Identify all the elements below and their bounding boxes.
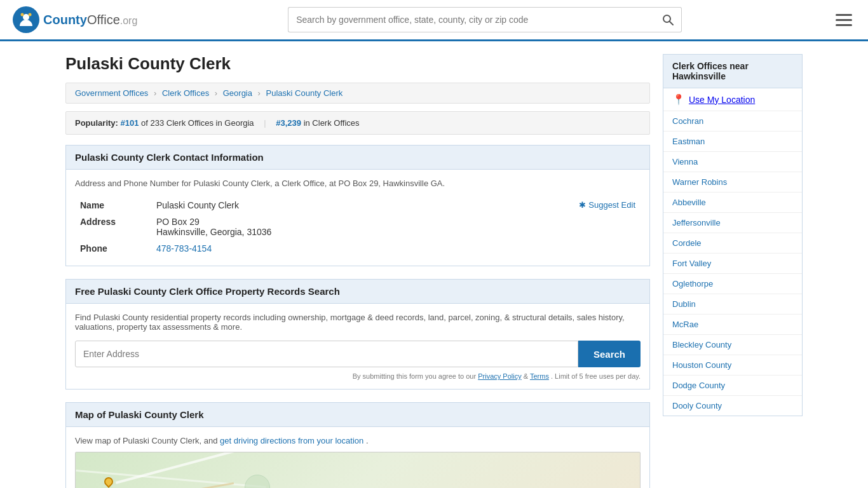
popularity-rank: #101 bbox=[121, 118, 139, 128]
map-section: Map of Pulaski County Clerk View map of … bbox=[65, 402, 650, 488]
breadcrumb-sep-1: › bbox=[154, 88, 156, 98]
sidebar-item-fort-valley[interactable]: Fort Valley bbox=[663, 254, 802, 274]
sidebar-link-dublin[interactable]: Dublin bbox=[672, 299, 696, 309]
sidebar-header-line2: Hawkinsville bbox=[672, 71, 726, 81]
main-content: Pulaski County Clerk Government Offices … bbox=[65, 54, 650, 488]
sidebar-item-cochran[interactable]: Cochran bbox=[663, 111, 802, 132]
disclaimer-limit: Limit of 5 free uses per day. bbox=[555, 372, 641, 380]
phone-value: 478-783-4154 bbox=[151, 240, 641, 257]
form-disclaimer: By submitting this form you agree to our… bbox=[75, 372, 641, 380]
sidebar-link-cordele[interactable]: Cordele bbox=[672, 238, 702, 248]
disclaimer-and: & bbox=[524, 372, 530, 380]
popularity-global-text: in Clerk Offices bbox=[304, 118, 360, 128]
table-row-address: Address PO Box 29 Hawkinsville, Georgia,… bbox=[75, 214, 641, 240]
sidebar-link-fort-valley[interactable]: Fort Valley bbox=[672, 259, 711, 268]
sidebar-body: 📍 Use My Location Cochran Eastman Vienna… bbox=[663, 88, 803, 416]
map-desc-prefix: View map of Pulaski County Clerk, and bbox=[75, 436, 217, 445]
popularity-of-text: of 233 Clerk Offices in Georgia bbox=[141, 118, 254, 128]
sidebar-item-vienna[interactable]: Vienna bbox=[663, 152, 802, 172]
property-search-form: Search bbox=[75, 341, 641, 367]
breadcrumb-clerk-offices[interactable]: Clerk Offices bbox=[162, 88, 209, 98]
property-section-header: Free Pulaski County Clerk Office Propert… bbox=[65, 279, 650, 303]
page-title: Pulaski County Clerk bbox=[65, 54, 650, 74]
map-desc-suffix: . bbox=[366, 436, 369, 445]
map-background bbox=[76, 452, 640, 488]
sidebar-link-bleckley-county[interactable]: Bleckley County bbox=[672, 340, 731, 349]
sidebar-item-houston-county[interactable]: Houston County bbox=[663, 355, 802, 376]
hamburger-menu-button[interactable] bbox=[832, 11, 855, 29]
logo-icon bbox=[13, 6, 39, 33]
contact-section: Pulaski County Clerk Contact Information… bbox=[65, 145, 650, 266]
sidebar-link-abbeville[interactable]: Abbeville bbox=[672, 198, 706, 207]
sidebar-item-jeffersonville[interactable]: Jeffersonville bbox=[663, 213, 802, 233]
phone-link[interactable]: 478-783-4154 bbox=[156, 243, 212, 254]
sidebar-item-dodge-county[interactable]: Dodge County bbox=[663, 376, 802, 396]
sidebar-item-dublin[interactable]: Dublin bbox=[663, 294, 802, 315]
sidebar-link-cochran[interactable]: Cochran bbox=[672, 116, 703, 126]
terms-link[interactable]: Terms bbox=[530, 372, 549, 380]
svg-point-2 bbox=[21, 13, 24, 17]
property-description: Find Pulaski County residential property… bbox=[75, 313, 641, 332]
sidebar-header: Clerk Offices near Hawkinsville bbox=[663, 54, 803, 88]
address-input[interactable] bbox=[75, 341, 578, 367]
popularity-global-rank: #3,239 bbox=[276, 118, 301, 128]
suggest-edit-button[interactable]: ✱ Suggest Edit bbox=[579, 200, 635, 210]
sidebar-link-vienna[interactable]: Vienna bbox=[672, 157, 698, 166]
sidebar-item-eastman[interactable]: Eastman bbox=[663, 132, 802, 152]
sidebar-link-eastman[interactable]: Eastman bbox=[672, 137, 705, 146]
sidebar-link-jeffersonville[interactable]: Jeffersonville bbox=[672, 218, 721, 227]
header-search-area bbox=[288, 7, 682, 32]
logo-area[interactable]: CountyOffice.org bbox=[13, 6, 137, 33]
map-section-header: Map of Pulaski County Clerk bbox=[65, 402, 650, 426]
search-icon bbox=[662, 14, 674, 25]
contact-info-table: Name Pulaski County Clerk ✱ Suggest Edit… bbox=[75, 197, 641, 257]
sidebar-link-oglethorpe[interactable]: Oglethorpe bbox=[672, 279, 713, 288]
map-description: View map of Pulaski County Clerk, and ge… bbox=[75, 436, 641, 445]
table-row-name: Name Pulaski County Clerk ✱ Suggest Edit bbox=[75, 197, 641, 214]
location-pin-icon: 📍 bbox=[672, 93, 685, 105]
sidebar-link-warner-robins[interactable]: Warner Robins bbox=[672, 177, 727, 187]
sidebar-item-cordele[interactable]: Cordele bbox=[663, 233, 802, 254]
property-search-button[interactable]: Search bbox=[578, 341, 641, 367]
property-section-body: Find Pulaski County residential property… bbox=[65, 303, 650, 390]
popularity-bar: Popularity: #101 of 233 Clerk Offices in… bbox=[65, 111, 650, 135]
svg-point-1 bbox=[23, 14, 29, 20]
contact-description: Address and Phone Number for Pulaski Cou… bbox=[75, 179, 641, 188]
svg-point-3 bbox=[29, 13, 32, 17]
sidebar-item-dooly-county[interactable]: Dooly County bbox=[663, 396, 802, 416]
sidebar-item-warner-robins[interactable]: Warner Robins bbox=[663, 172, 802, 193]
sidebar-item-abbeville[interactable]: Abbeville bbox=[663, 193, 802, 213]
search-button[interactable] bbox=[654, 7, 682, 32]
sidebar-link-dodge-county[interactable]: Dodge County bbox=[672, 381, 725, 390]
sidebar: Clerk Offices near Hawkinsville 📍 Use My… bbox=[663, 54, 803, 488]
sidebar-link-houston-county[interactable]: Houston County bbox=[672, 360, 731, 370]
sidebar-link-dooly-county[interactable]: Dooly County bbox=[672, 401, 722, 410]
breadcrumb-georgia[interactable]: Georgia bbox=[223, 88, 252, 98]
map-section-body: View map of Pulaski County Clerk, and ge… bbox=[65, 426, 650, 488]
breadcrumb-government-offices[interactable]: Government Offices bbox=[75, 88, 148, 98]
address-line1: PO Box 29 bbox=[156, 217, 635, 227]
map-container[interactable]: Pulaski County Circuit and County Cl... … bbox=[75, 452, 641, 488]
site-header: CountyOffice.org bbox=[0, 0, 868, 41]
sidebar-item-mcrae[interactable]: McRae bbox=[663, 315, 802, 335]
search-input[interactable] bbox=[288, 7, 654, 32]
table-row-phone: Phone 478-783-4154 bbox=[75, 240, 641, 257]
contact-section-body: Address and Phone Number for Pulaski Cou… bbox=[65, 169, 650, 266]
driving-directions-link[interactable]: get driving directions from your locatio… bbox=[220, 436, 363, 445]
name-label: Name bbox=[75, 197, 151, 214]
breadcrumb: Government Offices › Clerk Offices › Geo… bbox=[65, 83, 650, 104]
contact-section-header: Pulaski County Clerk Contact Information bbox=[65, 145, 650, 169]
address-line2: Hawkinsville, Georgia, 31036 bbox=[156, 227, 635, 237]
use-my-location-item[interactable]: 📍 Use My Location bbox=[663, 88, 802, 111]
name-value: Pulaski County Clerk ✱ Suggest Edit bbox=[151, 197, 641, 214]
popularity-label: Popularity: bbox=[75, 118, 118, 128]
privacy-policy-link[interactable]: Privacy Policy bbox=[478, 372, 521, 380]
sidebar-header-line1: Clerk Offices near bbox=[672, 61, 749, 71]
use-my-location-link[interactable]: Use My Location bbox=[689, 95, 755, 105]
breadcrumb-pulaski-county-clerk[interactable]: Pulaski County Clerk bbox=[266, 88, 343, 98]
phone-label: Phone bbox=[75, 240, 151, 257]
sidebar-item-bleckley-county[interactable]: Bleckley County bbox=[663, 335, 802, 355]
address-label: Address bbox=[75, 214, 151, 240]
sidebar-item-oglethorpe[interactable]: Oglethorpe bbox=[663, 274, 802, 294]
sidebar-link-mcrae[interactable]: McRae bbox=[672, 320, 698, 329]
